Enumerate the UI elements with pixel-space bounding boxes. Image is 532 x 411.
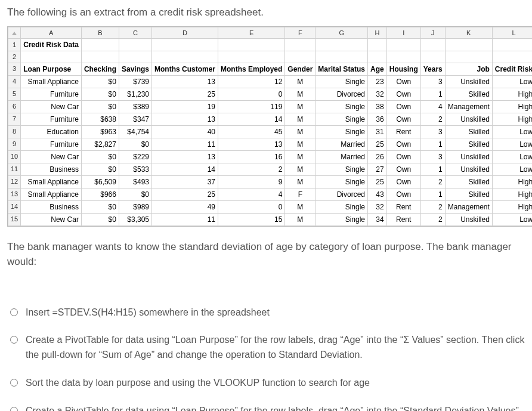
table-row: 12Small Appliance$6,509$493379MSingle25O… (8, 175, 533, 188)
table-row: 6New Car$0$38919119MSingle38Own4Manageme… (8, 100, 533, 113)
row-number: 2 (8, 51, 21, 63)
column-header: J (420, 27, 445, 39)
data-cell: Skilled (445, 138, 492, 150)
data-cell: Education (21, 125, 82, 138)
row-number: 11 (8, 163, 21, 175)
row-number: 15 (8, 213, 21, 225)
data-cell: 49 (152, 200, 218, 213)
answer-option[interactable]: Create a PivotTable for data using “Loan… (7, 333, 525, 363)
data-cell: 26 (368, 150, 387, 163)
data-cell: M (285, 75, 316, 88)
data-cell: 2 (218, 163, 285, 175)
row-number: 10 (8, 150, 21, 163)
table-row: 10New Car$0$2291316MMarried26Own3Unskill… (8, 150, 533, 163)
question-prompt: The bank manager wants to know the stand… (7, 239, 525, 270)
row-number: 1 (8, 39, 21, 51)
data-cell: Furniture (21, 113, 82, 125)
data-cell: 36 (368, 113, 387, 125)
data-cell: 14 (152, 163, 218, 175)
empty-cell (316, 39, 368, 51)
data-cell: 13 (152, 113, 218, 125)
answer-option[interactable]: Insert =STDEV.S(H4:H15) somewhere in the… (7, 305, 525, 320)
answer-option[interactable]: Create a PivotTable for data using “Loan… (7, 404, 525, 411)
data-cell: High (492, 88, 532, 100)
data-cell: $0 (81, 88, 119, 100)
data-cell: High (492, 175, 532, 188)
data-cell: 34 (368, 213, 387, 225)
data-cell: 32 (368, 200, 387, 213)
answer-radio[interactable] (10, 336, 18, 344)
data-cell: $0 (119, 138, 151, 150)
table-row: 14Business$0$989490MSingle32Rent2Managem… (8, 200, 533, 213)
data-cell: M (285, 213, 316, 225)
data-cell: Own (386, 100, 420, 113)
empty-cell (218, 39, 285, 51)
data-column-header: Gender (285, 63, 316, 75)
data-cell: 1 (420, 88, 445, 100)
data-cell: 3 (420, 125, 445, 138)
data-cell: Own (386, 163, 420, 175)
data-cell: $0 (81, 213, 119, 225)
data-cell: 11 (152, 138, 218, 150)
empty-cell (218, 51, 285, 63)
data-cell: Low (492, 150, 532, 163)
data-cell: Single (316, 75, 368, 88)
data-cell: Rent (386, 200, 420, 213)
table-row: 7Furniture$638$3471314MSingle36Own2Unski… (8, 113, 533, 125)
data-cell: 38 (368, 100, 387, 113)
data-cell: Furniture (21, 88, 82, 100)
row-number: 12 (8, 175, 21, 188)
data-cell: $0 (81, 100, 119, 113)
data-cell: Single (316, 200, 368, 213)
answer-radio[interactable] (10, 407, 18, 411)
data-cell: New Car (21, 213, 82, 225)
data-cell: 1 (420, 188, 445, 200)
data-cell: 0 (218, 200, 285, 213)
data-cell: M (285, 100, 316, 113)
column-header: B (81, 27, 119, 39)
data-cell: $0 (81, 150, 119, 163)
data-cell: $0 (81, 163, 119, 175)
column-header: C (119, 27, 151, 39)
data-cell: Own (386, 138, 420, 150)
data-cell: 2 (420, 213, 445, 225)
data-cell: Small Appliance (21, 175, 82, 188)
data-cell: $389 (119, 100, 151, 113)
question-intro: The following is an extract from a credi… (7, 5, 525, 20)
data-cell: Skilled (445, 88, 492, 100)
data-cell: $963 (81, 125, 119, 138)
data-cell: New Car (21, 100, 82, 113)
answer-option-text: Insert =STDEV.S(H4:H15) somewhere in the… (26, 305, 270, 320)
data-cell: 25 (152, 188, 218, 200)
data-cell: Own (386, 188, 420, 200)
data-cell: High (492, 200, 532, 213)
answer-option-text: Create a PivotTable for data using “Loan… (26, 333, 525, 363)
data-cell: Married (316, 138, 368, 150)
answer-radio[interactable] (10, 308, 18, 316)
data-column-header: Job (445, 63, 492, 75)
column-header: G (316, 27, 368, 39)
empty-cell (368, 51, 387, 63)
data-cell: M (285, 138, 316, 150)
data-cell: Furniture (21, 138, 82, 150)
data-column-header: Months Customer (152, 63, 218, 75)
column-header: A (21, 27, 82, 39)
data-cell: Single (316, 100, 368, 113)
answer-option[interactable]: Sort the data by loan purpose and using … (7, 376, 525, 391)
data-cell: Unskilled (445, 113, 492, 125)
column-header: L (492, 27, 532, 39)
data-cell: M (285, 125, 316, 138)
answer-radio[interactable] (10, 379, 18, 387)
data-cell: $739 (119, 75, 151, 88)
data-cell: Own (386, 113, 420, 125)
data-cell: 12 (218, 75, 285, 88)
data-cell: 25 (368, 138, 387, 150)
row-number: 9 (8, 138, 21, 150)
data-column-header: Marital Status (316, 63, 368, 75)
data-cell: High (492, 188, 532, 200)
select-all-corner (8, 27, 21, 39)
data-cell: M (285, 150, 316, 163)
data-column-header: Housing (386, 63, 420, 75)
column-header: E (218, 27, 285, 39)
data-cell: M (285, 113, 316, 125)
